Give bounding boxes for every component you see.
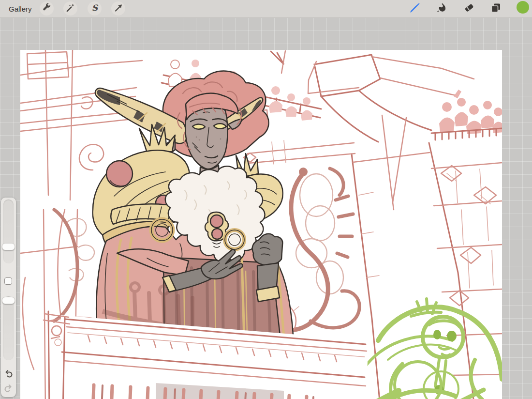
gallery-button[interactable]: Gallery <box>9 0 32 17</box>
undo-arrow-icon <box>3 372 14 381</box>
opacity-slider[interactable] <box>3 296 14 360</box>
top-toolbar: Gallery S <box>0 0 532 18</box>
redo-button[interactable] <box>3 384 14 394</box>
layers-icon <box>489 1 502 16</box>
layers-button[interactable] <box>489 2 502 15</box>
green-sketch <box>365 299 502 399</box>
magic-wand-icon <box>65 2 76 15</box>
paint-brush-icon <box>409 1 421 16</box>
paint-tool-button[interactable] <box>409 2 421 15</box>
brush-size-handle[interactable] <box>2 243 15 250</box>
color-button[interactable] <box>517 2 529 15</box>
svg-text:S: S <box>91 2 98 12</box>
opacity-handle[interactable] <box>2 297 15 304</box>
crowd-right <box>431 90 502 140</box>
redo-arrow-icon <box>3 387 14 395</box>
procreate-app: Gallery S <box>0 0 532 399</box>
wrench-icon <box>41 2 53 15</box>
erase-tool-button[interactable] <box>463 2 475 15</box>
character <box>93 71 294 359</box>
canvas-surface[interactable] <box>20 50 502 399</box>
smudge-finger-icon <box>435 1 448 16</box>
actions-button[interactable] <box>40 1 54 15</box>
workspace-background <box>0 17 532 399</box>
modify-button[interactable] <box>4 277 12 285</box>
brush-size-slider[interactable] <box>3 200 14 263</box>
smudge-tool-button[interactable] <box>435 2 448 15</box>
adjustments-button[interactable] <box>63 1 77 15</box>
canvas-artwork <box>20 50 502 399</box>
selection-s-icon: S <box>89 2 101 15</box>
eraser-icon <box>463 1 475 16</box>
color-swatch-circle <box>516 0 530 16</box>
selection-button[interactable]: S <box>88 1 102 15</box>
transform-arrow-icon <box>113 2 124 15</box>
sidebar-panel <box>1 198 16 397</box>
undo-button[interactable] <box>3 369 14 379</box>
transform-button[interactable] <box>111 1 125 15</box>
